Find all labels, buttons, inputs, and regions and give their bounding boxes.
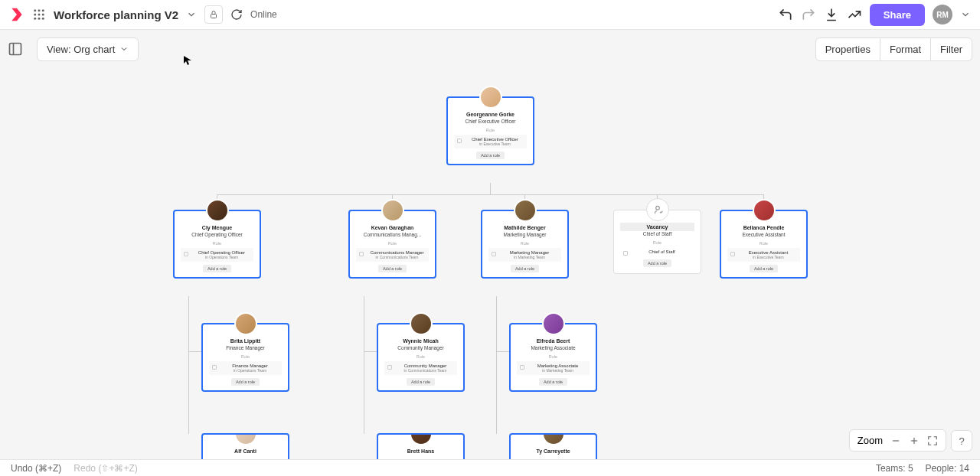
role-checkbox[interactable] <box>359 252 364 256</box>
undo-icon[interactable] <box>778 7 793 22</box>
zoom-label: Zoom <box>858 435 883 446</box>
role-label: Role <box>448 127 533 133</box>
role-checkbox[interactable] <box>492 252 496 256</box>
role-box[interactable]: Chief Executive Officerin Executive Team <box>454 135 527 148</box>
role-box[interactable]: Marketing Associatein Marketing Team <box>517 361 590 375</box>
document-title[interactable]: Workforce planning V2 <box>54 8 178 21</box>
avatar <box>381 199 404 222</box>
redo-hint[interactable]: Redo (⇧+⌘+Z) <box>74 463 137 474</box>
org-card-comms[interactable]: Kevan Garaghan Communications Manag... R… <box>348 210 436 279</box>
zoom-panel: Zoom <box>849 429 946 452</box>
org-card-marketing[interactable]: Mathilde Benger Marketing Manager Role M… <box>481 210 569 279</box>
filter-button[interactable]: Filter <box>930 37 972 61</box>
add-role-button[interactable]: Add a role <box>231 378 260 386</box>
role-box[interactable]: Chief of Staff <box>620 247 694 256</box>
avatar <box>206 199 229 222</box>
card-title: Chief Executive Officer <box>448 119 533 127</box>
avatar <box>542 312 565 335</box>
org-chart-canvas[interactable]: Georgeanne Gorke Chief Executive Officer… <box>0 68 980 459</box>
cursor-icon <box>184 56 193 65</box>
avatar <box>542 433 565 445</box>
org-card-ea[interactable]: Bellanca Pendle Executive Assistant Role… <box>720 210 808 279</box>
svg-point-4 <box>38 14 41 16</box>
add-role-button[interactable]: Add a role <box>476 152 505 159</box>
role-box[interactable]: Finance Managerin Operations Team <box>209 361 282 375</box>
help-button[interactable]: ? <box>951 430 972 452</box>
avatar-empty <box>646 198 669 221</box>
download-icon[interactable] <box>824 7 839 22</box>
format-button[interactable]: Format <box>880 37 930 61</box>
role-checkbox[interactable] <box>520 365 524 370</box>
activity-icon[interactable] <box>847 7 862 22</box>
role-checkbox[interactable] <box>212 365 217 370</box>
add-role-button[interactable]: Add a role <box>539 378 567 386</box>
app-logo <box>9 7 24 22</box>
add-role-button[interactable]: Add a role <box>643 259 671 267</box>
add-role-button[interactable]: Add a role <box>203 265 231 272</box>
role-checkbox[interactable] <box>184 252 188 256</box>
svg-point-1 <box>38 9 41 11</box>
user-avatar[interactable]: RM <box>933 5 952 24</box>
avatar <box>234 433 257 445</box>
org-card-row4-a[interactable]: Alf Canti <box>201 433 289 459</box>
role-box[interactable]: Executive Assistantin Executive Team <box>727 248 800 262</box>
panel-toggle-icon[interactable] <box>8 41 23 57</box>
online-status: Online <box>250 9 277 20</box>
org-card-coo[interactable]: Cly Mengue Chief Operating Officer Role … <box>173 210 261 279</box>
org-card-vacancy[interactable]: Vacancy Chief of Staff Role Chief of Sta… <box>613 210 701 274</box>
properties-button[interactable]: Properties <box>815 37 880 61</box>
undo-hint[interactable]: Undo (⌘+Z) <box>11 463 61 474</box>
card-name: Georgeanne Gorke <box>448 110 533 119</box>
add-role-button[interactable]: Add a role <box>511 265 539 272</box>
svg-point-5 <box>42 14 44 16</box>
role-box[interactable]: Communications Managerin Communications … <box>356 248 429 262</box>
org-card-row4-c[interactable]: Ty Carreyette <box>509 433 597 459</box>
svg-rect-9 <box>211 15 217 18</box>
role-checkbox[interactable] <box>623 251 628 256</box>
add-role-button[interactable]: Add a role <box>407 378 435 386</box>
role-box[interactable]: Chief Operating Officerin Operations Tea… <box>181 248 253 262</box>
role-box[interactable]: Community Managerin Communications Team <box>384 361 457 375</box>
role-checkbox[interactable] <box>730 252 735 256</box>
chevron-down-icon[interactable] <box>186 9 197 20</box>
svg-rect-10 <box>10 44 21 55</box>
avatar <box>410 312 433 335</box>
svg-point-3 <box>34 14 36 16</box>
people-count: People: 14 <box>926 463 969 474</box>
svg-point-7 <box>38 18 41 20</box>
teams-count: Teams: 5 <box>876 463 913 474</box>
app-header: Workforce planning V2 Online Share RM <box>0 0 980 30</box>
avatar <box>753 199 776 222</box>
apps-menu-icon[interactable] <box>32 8 46 21</box>
svg-point-8 <box>42 18 44 20</box>
svg-point-2 <box>42 9 44 11</box>
share-button[interactable]: Share <box>870 4 925 26</box>
avatar <box>514 199 537 222</box>
view-label: View: Org chart <box>47 44 115 55</box>
add-role-button[interactable]: Add a role <box>378 265 407 272</box>
org-card-finance[interactable]: Brita Lippitt Finance Manager Role Finan… <box>201 323 289 392</box>
sync-icon[interactable] <box>230 8 243 21</box>
org-card-community[interactable]: Wynnie Micah Community Manager Role Comm… <box>377 323 465 392</box>
lock-button[interactable] <box>204 5 223 24</box>
avatar <box>234 312 257 335</box>
role-box[interactable]: Marketing Managerin Marketing Team <box>488 248 561 262</box>
role-checkbox[interactable] <box>387 365 392 370</box>
zoom-out-icon[interactable] <box>890 435 901 446</box>
redo-icon[interactable] <box>801 7 816 22</box>
role-checkbox[interactable] <box>457 139 462 143</box>
user-chevron-icon[interactable] <box>960 9 971 20</box>
avatar <box>410 433 433 445</box>
svg-point-6 <box>34 18 36 20</box>
org-card-mkt-assoc[interactable]: Elfreda Beert Marketing Associate Role M… <box>509 323 597 392</box>
add-role-button[interactable]: Add a role <box>750 265 778 272</box>
toolbar: View: Org chart Properties Format Filter <box>0 30 980 68</box>
org-card-row4-b[interactable]: Brett Hans <box>377 433 465 459</box>
avatar <box>479 86 502 109</box>
view-selector[interactable]: View: Org chart <box>37 37 139 61</box>
org-card-ceo[interactable]: Georgeanne Gorke Chief Executive Officer… <box>446 96 534 165</box>
svg-point-0 <box>34 9 36 11</box>
fullscreen-icon[interactable] <box>927 435 938 446</box>
zoom-in-icon[interactable] <box>909 435 920 446</box>
status-bar: Undo (⌘+Z) Redo (⇧+⌘+Z) Teams: 5 People:… <box>0 459 980 476</box>
